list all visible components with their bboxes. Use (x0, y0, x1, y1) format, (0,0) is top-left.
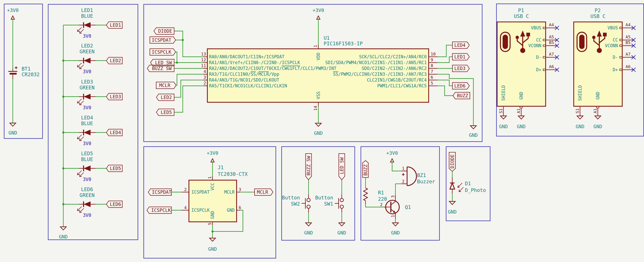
pin-name: RA0/AN0/DACOUT1/C1IN+/ICSPDAT (209, 54, 284, 59)
global-label: LED5 (161, 110, 172, 115)
pin-name-vss: VSS (316, 91, 321, 99)
led-ref: LED3 (81, 79, 93, 85)
global-label: LED2 (161, 95, 172, 100)
pin-name: D- (536, 55, 541, 60)
led-value: 3V0 (83, 177, 92, 182)
junction-dot (62, 60, 64, 62)
global-label: MCLR (159, 83, 170, 88)
buzzer-value: Buzzer (417, 179, 435, 185)
global-label: MCLR (257, 189, 268, 195)
pin-name: CC (613, 37, 618, 42)
photodiode-symbol (450, 177, 464, 193)
led-color: BLUE (81, 121, 93, 126)
pin-name: SDO/C2IN2-/C1IN2-/AN6/RC2 (362, 66, 427, 71)
global-label: BUZZ SW (152, 66, 172, 71)
pin-name: RA3/T1G/CLC1IN0/SS/MCLR/Vpp (209, 72, 279, 77)
power-flag-icon (211, 159, 214, 162)
gnd-net-label: GND (208, 246, 217, 252)
buzzer-section-frame (361, 147, 440, 240)
led-section: LED1 BLUE LED1 3V0 LED2 GREEN LED2 3V0 L… (48, 4, 138, 240)
pin-number: A4 (626, 22, 630, 27)
global-label: ICSPCLK (152, 49, 171, 55)
pin-number: A6 (626, 64, 630, 69)
led-row: LED1 BLUE LED1 3V0 (63, 7, 122, 39)
led-row: LED4 BLUE LED4 3V0 (62, 115, 122, 146)
button-sw1: LED SW Button SW1 GND (315, 154, 346, 236)
button-sw2: BUZZ SW Button SW2 GND (282, 154, 313, 236)
led-color: GREEN (80, 49, 94, 54)
power-flag-icon (390, 159, 394, 162)
pin-name: SDI/SDA/PWM4/NCO1/C2IN1-/C1IN1-/AN5/RC1 (325, 60, 427, 65)
junction-dot (62, 203, 64, 205)
pin-number: 2 (380, 202, 382, 207)
pin-number: 2 (402, 179, 404, 184)
light-arrows (458, 183, 464, 192)
resistor-value: 220 (378, 196, 387, 202)
gnd-net-label: GND (391, 230, 400, 236)
led-symbol (78, 130, 96, 141)
led-value: 3V0 (83, 33, 92, 39)
power-net-label: +3V0 (386, 150, 398, 156)
pin-number: 4 (184, 205, 186, 210)
gnd-symbol (392, 223, 398, 226)
pin-name-shield: SHIELD (578, 85, 582, 101)
power-net-label: +3V0 (7, 7, 18, 13)
pin-number: 6 (238, 205, 241, 210)
button-ref-line1: Button (282, 195, 300, 201)
battery-ref: BT1 (22, 66, 30, 72)
junction-dot (212, 231, 214, 233)
global-label: LED SW (339, 157, 344, 174)
gnd-net-label: GND (594, 124, 602, 129)
gnd-symbol (306, 223, 312, 226)
pin-number: B5 (549, 40, 554, 45)
pin-name: VBUS (608, 25, 618, 30)
junction-dot (176, 62, 178, 64)
led-ref: LED5 (81, 151, 93, 156)
net-label: LED2 (110, 58, 121, 63)
pin-name: SCK/SCL/CLC2/C2IN+/AN4/RC0 (359, 54, 427, 59)
pin-number: 13 (201, 52, 206, 56)
pin-number: 1 (402, 166, 404, 171)
pin-name: CC (536, 37, 541, 42)
schematic-canvas: +3V0 BT1 CR2032 GND LED1 BLUE LED1 3V0 L… (0, 0, 644, 262)
pin-name: CLC2IN1/CWG1B/C2OUT/RC4 (367, 77, 427, 82)
gnd-net-label: GND (499, 124, 508, 129)
power-net-label: +3V0 (207, 150, 218, 156)
net-label: LED6 (110, 202, 121, 207)
j1-ref: J1 (218, 165, 224, 170)
usb-ref: P1 (518, 7, 524, 13)
pin-number: 3 (204, 75, 206, 80)
programming-header-section: +3V0 1 J1 TC2030-CTX VCC GND ICSPDAT 2 I… (144, 147, 276, 258)
power-flag-icon (317, 16, 320, 19)
pin-name: ICSPCLK (192, 208, 210, 213)
global-label: DIODE (158, 28, 172, 34)
pin-number: 5 (431, 81, 433, 85)
pin-number: 12 (201, 57, 206, 62)
led-color: GREEN (80, 85, 94, 90)
pin-number: 10 (431, 52, 436, 56)
led-row: LED6 GREEN LED6 3V0 (62, 187, 122, 218)
pin-number: 3 (238, 187, 241, 192)
plus-mark (15, 66, 18, 69)
pin-number: 14 (313, 106, 318, 111)
push-button-symbol (335, 194, 344, 213)
led-ref: LED6 (81, 187, 93, 192)
button-ref-line2: SW2 (291, 201, 300, 207)
global-label: BUZZ SW (306, 156, 311, 176)
mcu-section: +3V0 1 U1 PIC16F1503-IP VDD VSS 13 12 11… (144, 4, 482, 142)
battery-value: CR2032 (22, 72, 40, 77)
pin-name: VCONN (528, 43, 541, 48)
usb-value: USB C (514, 13, 529, 19)
resistor-symbol (364, 188, 368, 204)
led-value: 3V0 (83, 213, 92, 218)
net-label: LED4 (110, 130, 121, 135)
led-symbol (78, 166, 96, 177)
pin-number: A6 (549, 64, 554, 69)
global-label: ICSPDAT (152, 189, 172, 195)
pin-name: GND (227, 208, 234, 213)
usb-section: P1 USB C VBUS CC VCONN D- D+ A4 A5 B5 A7… (496, 4, 644, 136)
pin-name: D+ (613, 67, 618, 72)
led-color: BLUE (81, 13, 93, 19)
global-label: ICSPCLK (151, 208, 171, 213)
gnd-net-label: GND (8, 130, 17, 136)
